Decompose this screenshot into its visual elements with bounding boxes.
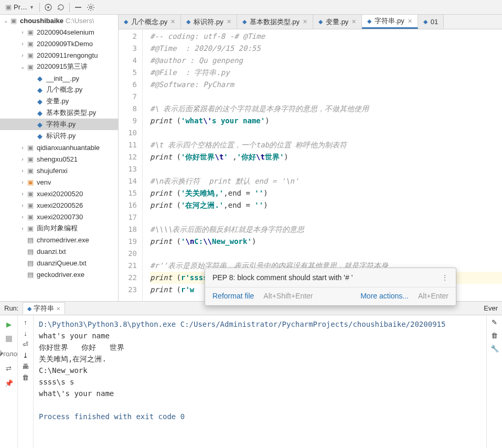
gear-icon[interactable]	[86, 3, 95, 12]
tree-arrow-icon[interactable]: ›	[19, 179, 26, 185]
code-line[interactable]: #\ 表示后面紧跟着的这个字符就是本身字符的意思，不做其他使用	[150, 103, 502, 115]
tree-arrow-icon[interactable]: ›	[19, 145, 26, 151]
tree-item[interactable]: ›▣20200911rengongtu	[0, 49, 118, 61]
close-icon[interactable]: ✕	[351, 18, 356, 25]
tree-item[interactable]: ▤chromedriver.exe	[0, 234, 118, 246]
tree-arrow-icon[interactable]: ›	[19, 214, 26, 220]
wrench-icon[interactable]: 🔧	[490, 345, 499, 353]
code-line[interactable]: print ('在河之洲.',end = '')	[150, 199, 502, 211]
line-number: 19	[119, 236, 137, 248]
project-tree[interactable]: ⌄ ▣ choushibaike C:\Users\ ›▣20200904sel…	[0, 15, 119, 315]
editor-tab[interactable]: ◆几个概念.py✕	[119, 15, 181, 29]
soft-wrap-button[interactable]: ⏎	[23, 340, 28, 348]
tree-item[interactable]: ◆标识符.py	[0, 130, 118, 142]
stop-button[interactable]	[3, 333, 15, 345]
rerun-button[interactable]: ▶	[3, 318, 15, 330]
tree-arrow-icon[interactable]: ›	[19, 156, 26, 162]
code-line[interactable]	[150, 91, 502, 103]
code-line[interactable]	[150, 127, 502, 139]
more-menu-icon[interactable]: ⋮	[441, 273, 448, 282]
tree-item[interactable]: ›▣shujufenxi	[0, 165, 118, 176]
tree-item[interactable]: ◆几个概念.py	[0, 84, 118, 95]
close-icon[interactable]: ✕	[170, 18, 175, 25]
tree-item[interactable]: ◆字符串.py	[0, 119, 118, 130]
tree-item[interactable]: ▤duanziQueue.txt	[0, 257, 118, 269]
code-line[interactable]: print ('你好世界\t' ,'你好\t世界')	[150, 151, 502, 163]
pin-button[interactable]: 📌	[3, 377, 15, 389]
code-line[interactable]	[150, 248, 502, 260]
tree-item[interactable]: ›▣xuexi20200526	[0, 199, 118, 211]
line-number: 4	[119, 55, 137, 67]
editor-tab[interactable]: ◆变量.py✕	[313, 15, 362, 29]
code-line[interactable]: print ('\nC:\\New_work')	[150, 236, 502, 248]
tree-arrow-icon[interactable]: ›	[19, 202, 26, 208]
tab-label: 01	[431, 18, 438, 26]
line-number: 8	[119, 103, 137, 115]
layout-button-2[interactable]: ⇄	[3, 362, 15, 374]
trash-icon[interactable]: 🗑	[491, 332, 498, 339]
code-line[interactable]: #-- coding: utf-8 -# @Time	[150, 30, 502, 42]
tree-root[interactable]: ⌄ ▣ choushibaike C:\Users\	[0, 15, 118, 26]
tree-item[interactable]: ◆基本数据类型.py	[0, 107, 118, 119]
code-line[interactable]	[150, 211, 502, 223]
run-config-tab[interactable]: ◆ 字符串 ✕	[23, 302, 65, 314]
tree-item[interactable]: ›▣xuexi20200730	[0, 211, 118, 222]
tree-item[interactable]: ›▣xuexi20200520	[0, 188, 118, 199]
tree-arrow-icon[interactable]: ⌄	[19, 64, 26, 70]
tree-item[interactable]: ›▣20200904selenium	[0, 26, 118, 38]
more-actions-link[interactable]: More actions...	[360, 292, 409, 300]
close-icon[interactable]: ✕	[408, 18, 412, 25]
code-line[interactable]: print ('关关雎鸠,',end = '')	[150, 187, 502, 199]
layout-button[interactable]: �голов	[3, 348, 15, 359]
scroll-end-button[interactable]: ⤓	[23, 351, 28, 359]
tree-item[interactable]: ›▣面向对象编程	[0, 222, 118, 234]
folder-icon: ▣	[26, 189, 35, 198]
code-line[interactable]: #@Software: PyCharm	[150, 79, 502, 91]
tree-item[interactable]: ◆变量.py	[0, 95, 118, 107]
code-line[interactable]: print ('what\'s your name')	[150, 115, 502, 127]
tree-item[interactable]: ◆__init__.py	[0, 72, 118, 84]
tree-arrow-icon[interactable]: ›	[19, 191, 26, 197]
editor-tab[interactable]: ◆基本数据类型.py✕	[237, 15, 313, 29]
print-button[interactable]: 🖶	[22, 362, 29, 370]
close-icon[interactable]: ✕	[56, 306, 60, 312]
tree-item[interactable]: ›▣shengxu0521	[0, 153, 118, 165]
close-icon[interactable]: ✕	[227, 18, 231, 25]
tree-item[interactable]: ▤duanzi.txt	[0, 246, 118, 257]
project-dropdown[interactable]: ▣ Pr… ▼	[2, 2, 37, 12]
console-output[interactable]: D:\Python3\Python3.8\python.exe C:/Users…	[34, 315, 486, 448]
tree-arrow-icon[interactable]: ›	[19, 29, 26, 35]
code-line[interactable]: #@File : 字符串.py	[150, 67, 502, 79]
down-button[interactable]: ↓	[24, 329, 27, 337]
tree-item[interactable]: ›▣venv	[0, 176, 118, 188]
chevron-down-icon[interactable]: ⌄	[2, 18, 9, 24]
edit-icon[interactable]: ✎	[492, 318, 497, 326]
tree-arrow-icon[interactable]: ›	[19, 41, 26, 47]
trash-button[interactable]: 🗑	[22, 374, 29, 381]
editor-tab[interactable]: ◆字符串.py✕	[362, 15, 418, 29]
code-line[interactable]: #\\\\表示后面的额反斜杠就是本身字符的意思	[150, 223, 502, 236]
tree-item[interactable]: ›▣20200909TkDemo	[0, 38, 118, 49]
tree-arrow-icon[interactable]: ›	[19, 168, 26, 174]
editor-tab[interactable]: ◆标识符.py✕	[181, 15, 237, 29]
code-line[interactable]	[150, 163, 502, 175]
code-line[interactable]: #\n表示换行符 print 默认 end = '\n'	[150, 175, 502, 187]
line-number: 14	[119, 175, 137, 187]
close-icon[interactable]: ✕	[303, 18, 307, 25]
collapse-icon[interactable]	[73, 3, 83, 12]
target-icon[interactable]	[44, 3, 53, 12]
code-line[interactable]: #@author : Qu genpeng	[150, 55, 502, 67]
tree-arrow-icon[interactable]: ›	[19, 52, 26, 58]
run-right-label[interactable]: Ever	[484, 304, 498, 312]
tree-root-label: choushibaike	[20, 17, 63, 25]
tree-item[interactable]: ▤geckodriver.exe	[0, 269, 118, 280]
code-line[interactable]: #\t 表示四个空格的位置，一个tab的位置 称呼他为制表符	[150, 139, 502, 151]
up-button[interactable]: ↑	[24, 318, 27, 326]
code-line[interactable]: #@Time : 2020/9/15 20:55	[150, 42, 502, 55]
tree-item[interactable]: ›▣qidianxuanhuantable	[0, 142, 118, 153]
reformat-file-link[interactable]: Reformat file	[212, 292, 254, 300]
tree-arrow-icon[interactable]: ›	[19, 226, 26, 231]
editor-tab[interactable]: ◆01	[418, 15, 444, 29]
refresh-icon[interactable]	[56, 3, 66, 12]
tree-item[interactable]: ⌄▣20200915第三讲	[0, 61, 118, 72]
